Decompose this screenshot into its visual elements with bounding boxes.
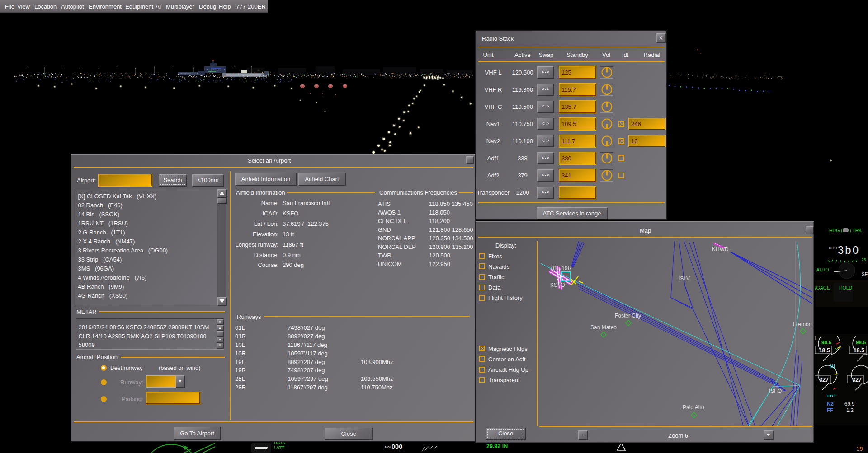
svg-text:KSFO: KSFO <box>550 282 565 288</box>
svg-text:98.5: 98.5 <box>821 340 832 345</box>
svg-text:98.5: 98.5 <box>856 340 866 345</box>
svg-text:327: 327 <box>819 377 829 383</box>
svg-text:ISLV: ISLV <box>679 276 690 282</box>
svg-text:N2: N2 <box>827 401 834 406</box>
svg-text:327: 327 <box>852 377 862 383</box>
svg-text:FF: FF <box>827 407 833 413</box>
svg-text:5: 5 <box>828 259 830 263</box>
svg-text:Palo Alto: Palo Alto <box>683 404 704 411</box>
svg-text:San Mateo: San Mateo <box>590 324 617 331</box>
svg-text:69.9: 69.9 <box>844 401 854 406</box>
svg-text:01L/19R: 01L/19R <box>551 265 572 271</box>
svg-text:1.2: 1.2 <box>846 407 854 413</box>
svg-text:KHWD: KHWD <box>712 246 729 252</box>
svg-text:Fremon: Fremon <box>793 321 811 327</box>
svg-text:ISFO: ISFO <box>769 388 782 394</box>
svg-text:Foster City: Foster City <box>615 313 641 319</box>
svg-text:EGT: EGT <box>827 393 836 398</box>
